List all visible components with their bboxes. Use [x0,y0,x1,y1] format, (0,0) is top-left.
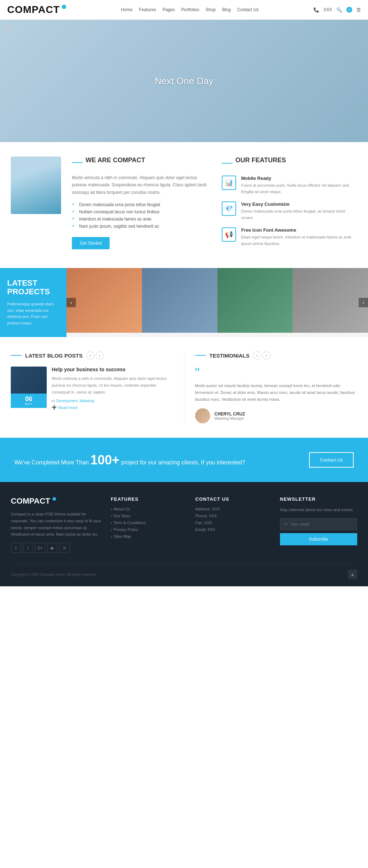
projects-sidebar: LATEST PROJECTS Pellentesque gravida dia… [0,268,66,337]
logo-dot [62,5,66,9]
blog-next-button[interactable]: › [96,351,104,359]
social-link-1[interactable]: t [23,543,33,553]
testimonials-prev-button[interactable]: ‹ [253,351,261,359]
footer-bottom: Copyright © 2020 Company name. All right… [11,564,357,579]
feature-text-2: Free Icon Font Awesome Eliam eget neque … [241,227,357,247]
features-title: OUR FEATURES [235,156,286,164]
footer-feature-link-2[interactable]: Term & Conditions [111,521,188,525]
author-avatar [195,408,210,423]
nav-link-features[interactable]: Features [139,7,156,12]
nav-link-pages[interactable]: Pages [162,7,175,12]
footer-address: Address: XXX [196,507,273,511]
footer-contact-title: CONTACT US [196,496,273,502]
projects-desc: Pellentesque gravida diam orci, vitae ve… [7,301,59,326]
blog-tags: 🏷 Development, Maketing [52,399,173,403]
projects-section: LATEST PROJECTS Pellentesque gravida dia… [0,268,368,337]
blog-title-bar [11,355,22,356]
social-link-4[interactable]: in [60,543,70,553]
blog-date-badge: 06 MAY [11,394,47,408]
about-title-bar [72,162,83,163]
cta-contact-button[interactable]: Contact Us [309,452,354,468]
feature-icon-0: 📊 [222,176,236,190]
footer-desc: Compact is a clean PSD theme suitable fo… [11,511,104,538]
cta-banner: We've Completed More Than 100+ project f… [0,438,368,482]
blog-post: 06 MAY Help your business to success Mor… [11,367,173,410]
main-nav: HomeFeaturesPagesPortfoliosShopBlogConta… [121,7,259,12]
gallery-next-button[interactable]: › [359,298,368,307]
feature-title-1: Very Easy Customizie [241,201,357,207]
footer-feature-link-4[interactable]: Sites Map [111,534,188,538]
blog-section: LATEST BLOG POSTS ‹ › 06 MAY Help your b… [11,351,184,423]
about-list: Donec malesuada urna porta tellus feugia… [72,201,207,230]
about-features-section: WE ARE COMPACT Morbi vehicula a nibh in … [0,142,368,268]
back-to-top-button[interactable]: ▲ [348,570,357,579]
footer-copyright: Copyright © 2020 Company name. All right… [11,573,97,577]
feature-desc-2: Eliam eget neque lorem. Interdum et male… [241,234,357,247]
blog-prev-button[interactable]: ‹ [86,351,94,359]
search-icon[interactable]: 🔍 [336,7,342,13]
newsletter-email-input[interactable] [291,522,353,526]
nav-link-contact-us[interactable]: Contact Us [237,7,258,12]
about-list-item: Nullam consequat lacus non luctus finibu… [72,208,207,215]
feature-desc-1: Donec malesuada urna porta tellus feugia… [241,208,357,221]
phone-icon: 📞 [313,7,319,13]
menu-icon[interactable]: ☰ [356,7,361,13]
get-started-button[interactable]: Get Started [72,237,110,249]
feature-text-0: Mobile Ready Fusce at accumsan justo. Nu… [241,176,357,195]
social-link-3[interactable]: ▶ [47,543,58,553]
blog-post-text: Morbi vehicula a nibh in commodo. Aliqua… [52,375,173,395]
gallery-prev-button[interactable]: ‹ [66,298,76,307]
blog-section-title: LATEST BLOG POSTS [25,353,83,359]
header-phone: XXX [323,7,332,12]
header-icons: 📞 XXX 🔍 3 ☰ [313,7,361,13]
blog-read-more-link[interactable]: ➕ Read more [52,405,173,410]
footer-logo-text: COMPACT [11,496,50,506]
features-title-bar [222,163,233,164]
footer-logo-dot [52,497,56,501]
newsletter-subscribe-button[interactable]: Subscribe [280,533,357,545]
features-list: 📊 Mobile Ready Fusce at accumsan justo. … [222,176,357,247]
about-image [11,156,61,214]
cart-badge[interactable]: 3 [346,7,352,13]
projects-title: LATEST PROJECTS [7,279,59,296]
footer-social: ftG+▶in [11,543,104,553]
social-link-2[interactable]: G+ [35,543,45,553]
social-link-0[interactable]: f [11,543,21,553]
nav-link-home[interactable]: Home [121,7,133,12]
feature-item-1: 💎 Very Easy Customizie Donec malesuada u… [222,201,357,221]
cta-suffix: project for our amazing clients, If you … [121,459,245,465]
footer-top: COMPACT Compact is a clean PSD theme sui… [11,496,357,553]
feature-title-2: Free Icon Font Awesome [241,227,357,233]
gear-icon[interactable]: ⚙ [5,25,11,33]
testimonials-next-button[interactable]: › [262,351,270,359]
nav-link-blog[interactable]: Blog [222,7,231,12]
feature-title-0: Mobile Ready [241,176,357,181]
nav-link-portfolios[interactable]: Portfolios [181,7,199,12]
cta-number: 100+ [90,453,119,467]
footer-feature-link-0[interactable]: About Us [111,507,188,511]
about-list-item: Nam justo ipsum, sagittis sed hendrerit … [72,223,207,230]
cta-prefix: We've Completed More Than [14,459,89,465]
footer-contact-info: Address: XXX Phone: XXX Fax: XXX Email: … [196,507,273,532]
footer-feature-link-3[interactable]: Privacy Policy [111,527,188,532]
logo: COMPACT [7,4,66,15]
newsletter-desc: Stay informed about our news and events [280,507,357,513]
blog-thumbnail: 06 MAY [11,367,47,408]
blog-date-month: MAY [11,402,47,406]
about-image-inner [11,156,61,214]
footer-email: Email: XXX [196,527,273,532]
about-title: WE ARE COMPACT [86,156,145,164]
blog-tags-text: Development, Maketing [56,399,94,403]
project-thumb-2 [142,268,217,333]
project-thumb-1 [66,268,142,333]
about-list-item: Donec malesuada urna porta tellus feugia… [72,201,207,208]
testimonial-author: CHERYL CRUZ Maketing Manager [195,408,358,423]
about-text: Morbi vehicula a nibh in commodo. Aliqua… [72,174,207,196]
footer-feature-link-1[interactable]: Our Story [111,514,188,518]
nav-link-shop[interactable]: Shop [206,7,216,12]
footer-logo: COMPACT [11,496,104,506]
testimonial-text: Morbi auctor vel mauris facilisis lacini… [195,382,358,403]
feature-icon-2: 📢 [222,227,236,242]
feature-item-2: 📢 Free Icon Font Awesome Eliam eget nequ… [222,227,357,247]
features-section: OUR FEATURES 📊 Mobile Ready Fusce at acc… [222,156,357,254]
